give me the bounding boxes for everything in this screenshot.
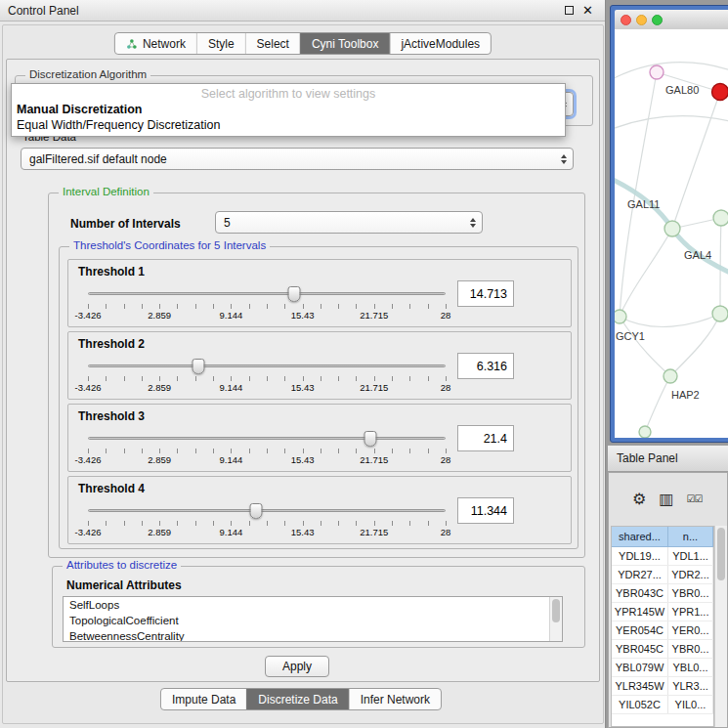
slider-thumb[interactable] xyxy=(364,431,377,447)
list-scrollbar[interactable] xyxy=(549,597,562,641)
column-header-name[interactable]: n... xyxy=(668,527,713,547)
network-window-titlebar[interactable] xyxy=(615,10,728,29)
table-cell[interactable]: YDR2... xyxy=(668,566,713,583)
tab-impute-data[interactable]: Impute Data xyxy=(161,689,246,709)
table-cell[interactable]: YBR0... xyxy=(668,640,713,658)
tab-infer-network[interactable]: Infer Network xyxy=(349,689,441,709)
node-hap2[interactable] xyxy=(664,369,677,383)
table-row[interactable]: YDR27...YDR2... xyxy=(612,566,713,584)
node-gal11[interactable] xyxy=(664,221,680,236)
table-row[interactable]: YPR145WYPR1... xyxy=(612,603,713,621)
number-of-intervals-value: 5 xyxy=(224,216,231,230)
slider-track[interactable] xyxy=(88,509,446,512)
threshold-1-slider[interactable] xyxy=(88,286,446,302)
scale-label: -3.426 xyxy=(75,382,102,393)
threshold-1-value-field[interactable]: 14.713 xyxy=(457,280,514,307)
threshold-3-slider[interactable] xyxy=(88,431,446,447)
table-data-selected-value: galFiltered.sif default node xyxy=(29,152,167,166)
slider-ticks xyxy=(88,449,447,453)
table-scrollbar[interactable] xyxy=(714,526,727,727)
node[interactable] xyxy=(712,306,728,321)
settings-panel: Discretization Algorithm Select algorith… xyxy=(6,59,600,682)
table-cell[interactable]: YPR145W xyxy=(612,603,668,621)
table-cell[interactable]: YPR1... xyxy=(668,603,713,621)
tab-style[interactable]: Style xyxy=(196,33,245,54)
close-icon[interactable]: ✕ xyxy=(582,4,593,17)
table-row[interactable]: YBL079WYBL0... xyxy=(612,659,713,677)
tab-network[interactable]: Network xyxy=(115,33,196,54)
network-icon xyxy=(126,38,138,50)
scale-label: 9.144 xyxy=(220,382,243,393)
table-cell[interactable]: YBR045C xyxy=(612,640,668,658)
node-gcy1[interactable] xyxy=(615,310,626,323)
threshold-3-value-field[interactable]: 21.4 xyxy=(457,425,514,451)
slider-ticks xyxy=(88,376,447,381)
column-header-shared-name[interactable]: shared... xyxy=(612,527,668,547)
numerical-attributes-list[interactable]: SelfLoops TopologicalCoefficient Between… xyxy=(63,596,563,642)
scrollbar-thumb[interactable] xyxy=(552,599,560,622)
scrollbar-thumb[interactable] xyxy=(717,528,725,580)
number-of-intervals-combobox[interactable]: 5 xyxy=(215,211,483,234)
columns-icon[interactable]: ▥ xyxy=(659,490,673,508)
scale-label: 9.144 xyxy=(220,310,243,321)
table-cell[interactable]: YER054C xyxy=(612,621,668,639)
table-cell[interactable]: YDR27... xyxy=(612,566,668,583)
gear-icon[interactable]: ⚙ xyxy=(632,490,646,508)
table-row[interactable]: YBR045CYBR0... xyxy=(612,640,713,659)
float-window-icon[interactable] xyxy=(565,6,574,15)
zoom-traffic-light-icon[interactable] xyxy=(652,15,663,25)
apply-button[interactable]: Apply xyxy=(265,656,329,677)
tab-label: jActiveModules xyxy=(401,37,480,51)
table-row[interactable]: YER054CYER0... xyxy=(612,621,713,640)
table-cell[interactable]: YBR043C xyxy=(612,584,668,602)
top-tab-bar: Network Style Select Cyni Toolbox jActiv… xyxy=(114,32,492,55)
table-cell[interactable]: YDL19... xyxy=(612,547,668,565)
table-row[interactable]: YBR043CYBR0... xyxy=(612,584,713,603)
slider-thumb[interactable] xyxy=(288,286,301,302)
list-item[interactable]: BetweennessCentrality xyxy=(64,628,562,642)
threshold-2-value-field[interactable]: 6.316 xyxy=(457,353,514,379)
table-cell[interactable]: YIL052C xyxy=(612,696,668,713)
table-cell[interactable]: YLR3... xyxy=(668,677,713,695)
threshold-2-slider[interactable] xyxy=(88,359,446,374)
threshold-1-label: Threshold 1 xyxy=(78,265,145,278)
tab-select[interactable]: Select xyxy=(245,33,300,54)
node-red-selected[interactable] xyxy=(712,84,728,101)
close-traffic-light-icon[interactable] xyxy=(621,15,631,25)
table-cell[interactable]: YBR0... xyxy=(668,584,713,602)
node-gal80[interactable] xyxy=(650,65,664,79)
slider-thumb[interactable] xyxy=(193,359,205,374)
select-columns-icon[interactable]: ☑☑ xyxy=(686,493,702,504)
threshold-4-slider[interactable] xyxy=(88,503,446,519)
slider-scale: -3.426 2.859 9.144 15.43 21.715 28 xyxy=(88,382,446,394)
table-data-combobox[interactable]: galFiltered.sif default node xyxy=(21,148,574,170)
slider-thumb[interactable] xyxy=(250,503,263,519)
list-item[interactable]: SelfLoops xyxy=(64,597,562,613)
threshold-2-label: Threshold 2 xyxy=(78,337,145,351)
table-cell[interactable]: YDL1... xyxy=(668,547,713,565)
node-label-gcy1: GCY1 xyxy=(616,330,645,342)
network-canvas[interactable]: GAL80 GAL11 GAL4 GCY1 HAP2 xyxy=(615,29,728,438)
table-cell[interactable]: YBL079W xyxy=(612,659,668,676)
node[interactable] xyxy=(639,426,651,438)
list-item[interactable]: TopologicalCoefficient xyxy=(64,613,562,628)
dropdown-option-equal-width[interactable]: Equal Width/Frequency Discretization xyxy=(12,117,565,133)
table-cell[interactable]: YIL0... xyxy=(668,696,713,713)
table-cell[interactable]: YBL0... xyxy=(668,659,713,676)
slider-track[interactable] xyxy=(88,364,446,367)
threshold-4-value-field[interactable]: 11.344 xyxy=(457,497,514,524)
table-panel-title: Table Panel xyxy=(617,451,678,465)
minimize-traffic-light-icon[interactable] xyxy=(636,15,647,25)
table-row[interactable]: YLR345WYLR3... xyxy=(612,677,713,696)
tab-cyni-toolbox[interactable]: Cyni Toolbox xyxy=(300,33,389,54)
table-row[interactable]: YDL19...YDL1... xyxy=(612,547,713,566)
tab-discretize-data[interactable]: Discretize Data xyxy=(246,689,348,709)
table-row[interactable]: YIL052CYIL0... xyxy=(612,696,713,714)
slider-track[interactable] xyxy=(88,292,446,295)
table-cell[interactable]: YER0... xyxy=(668,621,713,639)
slider-track[interactable] xyxy=(88,437,446,440)
dropdown-option-manual-discretization[interactable]: Manual Discretization xyxy=(12,102,565,117)
table-cell[interactable]: YLR345W xyxy=(612,677,668,695)
tab-jactivemodules[interactable]: jActiveModules xyxy=(389,33,491,54)
node[interactable] xyxy=(713,210,728,226)
